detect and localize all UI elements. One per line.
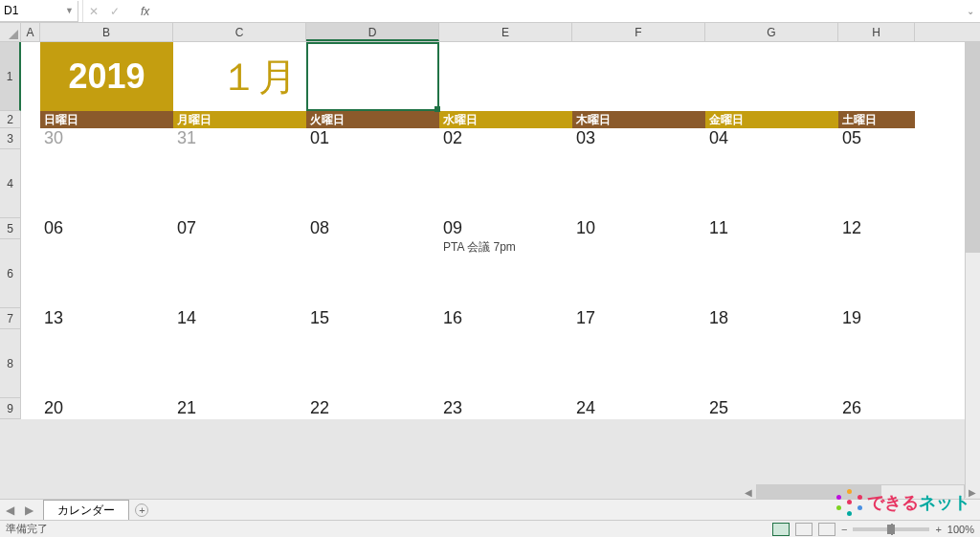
day-event[interactable] <box>173 329 306 398</box>
day-num[interactable]: 31 <box>173 128 306 149</box>
col-header-D[interactable]: D <box>306 23 439 41</box>
zoom-slider[interactable] <box>853 527 929 531</box>
zoom-slider-thumb[interactable] <box>887 525 895 534</box>
day-event[interactable] <box>306 149 439 218</box>
vscroll-thumb[interactable] <box>966 42 980 253</box>
day-event[interactable] <box>40 239 173 308</box>
day-num[interactable]: 12 <box>838 218 915 239</box>
dow-sat[interactable]: 土曜日 <box>838 111 915 128</box>
select-all-corner[interactable] <box>0 23 21 41</box>
view-page-break-icon[interactable] <box>818 523 835 536</box>
row-header-5[interactable]: 5 <box>0 218 21 239</box>
day-num[interactable]: 02 <box>439 128 572 149</box>
hscroll-left-icon[interactable]: ◀ <box>741 487 756 498</box>
day-event[interactable] <box>572 329 705 398</box>
col-header-B[interactable]: B <box>40 23 173 41</box>
sheet-tab-calendar[interactable]: カレンダー <box>43 500 129 523</box>
dow-wed[interactable]: 水曜日 <box>439 111 572 128</box>
day-num[interactable]: 05 <box>838 128 915 149</box>
view-normal-icon[interactable] <box>772 523 790 536</box>
day-event[interactable] <box>306 239 439 308</box>
day-num[interactable]: 17 <box>572 308 705 329</box>
day-num[interactable]: 19 <box>838 308 915 329</box>
confirm-icon: ✓ <box>110 5 120 18</box>
day-num[interactable]: 25 <box>705 398 838 419</box>
day-num[interactable]: 18 <box>705 308 838 329</box>
day-num[interactable]: 24 <box>572 398 705 419</box>
day-event[interactable] <box>173 239 306 308</box>
day-num[interactable]: 22 <box>306 398 439 419</box>
day-event[interactable] <box>40 149 173 218</box>
day-num[interactable]: 03 <box>572 128 705 149</box>
view-page-layout-icon[interactable] <box>795 523 813 536</box>
day-event[interactable] <box>40 329 173 398</box>
day-num[interactable]: 10 <box>572 218 705 239</box>
col-header-E[interactable]: E <box>439 23 572 41</box>
dow-tue[interactable]: 火曜日 <box>306 111 439 128</box>
row-header-4[interactable]: 4 <box>0 149 21 218</box>
row-header-7[interactable]: 7 <box>0 308 21 329</box>
day-num[interactable]: 15 <box>306 308 439 329</box>
day-num[interactable]: 11 <box>705 218 838 239</box>
day-num[interactable]: 07 <box>173 218 306 239</box>
brand-text: できるネット <box>867 491 970 514</box>
day-num[interactable]: 21 <box>173 398 306 419</box>
zoom-out-button[interactable]: − <box>841 524 847 535</box>
zoom-percent[interactable]: 100% <box>947 524 974 535</box>
day-num[interactable]: 13 <box>40 308 173 329</box>
col-header-G[interactable]: G <box>705 23 838 41</box>
dow-thu[interactable]: 木曜日 <box>572 111 705 128</box>
day-event[interactable] <box>439 329 572 398</box>
sheet-nav-arrows[interactable]: ◀ ▶ <box>6 503 37 517</box>
day-event[interactable] <box>439 149 572 218</box>
fx-icon[interactable]: fx <box>141 5 149 18</box>
row-header-1[interactable]: 1 <box>0 42 21 111</box>
name-box[interactable]: D1 ▼ <box>0 1 78 22</box>
row-header-3[interactable]: 3 <box>0 128 21 149</box>
cell-month[interactable]: １月 <box>173 42 306 111</box>
chevron-down-icon[interactable]: ▼ <box>65 6 74 15</box>
day-event[interactable] <box>705 329 838 398</box>
add-sheet-button[interactable]: + <box>135 503 148 517</box>
col-header-C[interactable]: C <box>173 23 306 41</box>
cell-D1[interactable] <box>306 42 439 111</box>
day-event[interactable] <box>838 329 915 398</box>
day-num[interactable]: 01 <box>306 128 439 149</box>
day-num[interactable]: 04 <box>705 128 838 149</box>
day-event[interactable] <box>705 239 838 308</box>
day-event[interactable] <box>572 239 705 308</box>
day-event[interactable] <box>838 239 915 308</box>
day-num[interactable]: 23 <box>439 398 572 419</box>
formula-input[interactable] <box>155 0 961 22</box>
day-event[interactable] <box>705 149 838 218</box>
day-num[interactable]: 14 <box>173 308 306 329</box>
cancel-icon: ✕ <box>89 5 99 18</box>
day-num[interactable]: 08 <box>306 218 439 239</box>
day-event[interactable]: PTA 会議 7pm <box>439 239 572 308</box>
day-event[interactable] <box>306 329 439 398</box>
day-num[interactable]: 09 <box>439 218 572 239</box>
day-event[interactable] <box>838 149 915 218</box>
col-header-H[interactable]: H <box>838 23 915 41</box>
day-num[interactable]: 26 <box>838 398 915 419</box>
row-header-2[interactable]: 2 <box>0 111 21 128</box>
zoom-in-button[interactable]: + <box>935 524 941 535</box>
cell-year[interactable]: 2019 <box>40 42 173 111</box>
col-header-A[interactable]: A <box>21 23 40 41</box>
vertical-scrollbar[interactable] <box>965 42 980 498</box>
day-num[interactable]: 16 <box>439 308 572 329</box>
day-num[interactable]: 30 <box>40 128 173 149</box>
day-event[interactable] <box>173 149 306 218</box>
col-header-F[interactable]: F <box>572 23 705 41</box>
dow-mon[interactable]: 月曜日 <box>173 111 306 128</box>
row-header-9[interactable]: 9 <box>0 398 21 419</box>
row-header-6[interactable]: 6 <box>0 239 21 308</box>
day-num[interactable]: 20 <box>40 398 173 419</box>
dow-fri[interactable]: 金曜日 <box>705 111 838 128</box>
dow-sun[interactable]: 日曜日 <box>40 111 173 128</box>
day-num[interactable]: 06 <box>40 218 173 239</box>
row-1-cells[interactable]: 2019 １月 <box>21 42 980 111</box>
formula-expand-icon[interactable]: ⌄ <box>961 6 980 16</box>
row-header-8[interactable]: 8 <box>0 329 21 398</box>
day-event[interactable] <box>572 149 705 218</box>
